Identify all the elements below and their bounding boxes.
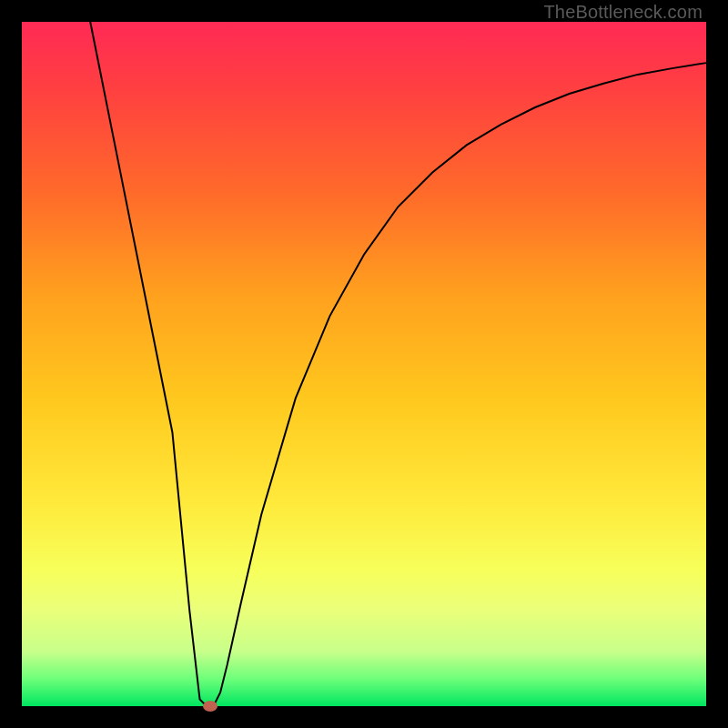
frame-border-bottom [0, 706, 728, 728]
bottleneck-curve [22, 22, 706, 706]
optimal-point-marker [203, 701, 217, 712]
frame-border-right [706, 0, 728, 728]
frame-border-left [0, 0, 22, 728]
curve-path [90, 22, 706, 706]
bottleneck-chart: TheBottleneck.com [0, 0, 728, 728]
watermark-text: TheBottleneck.com [543, 2, 703, 23]
